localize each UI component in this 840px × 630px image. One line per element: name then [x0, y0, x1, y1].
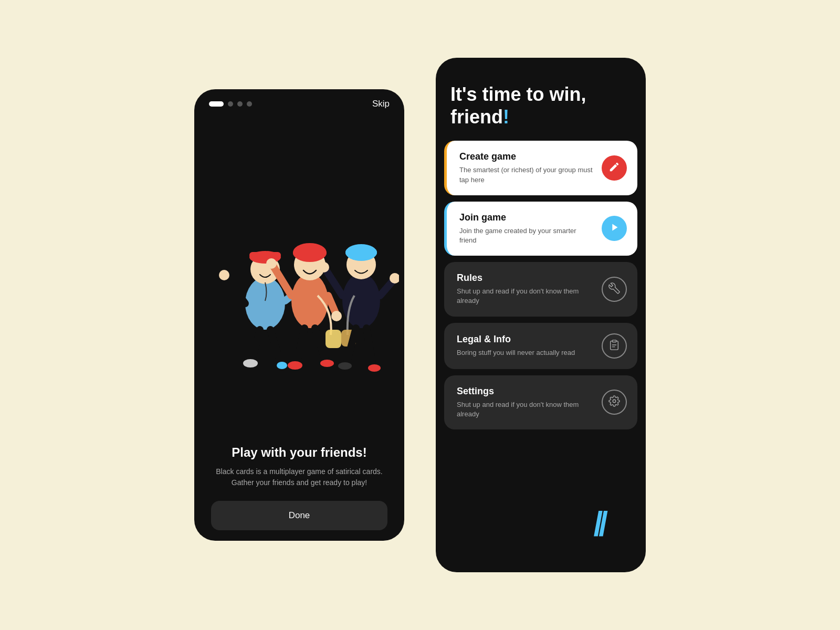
svg-point-29: [319, 262, 329, 272]
gear-icon: [608, 395, 620, 409]
slash-decoration: //: [593, 507, 604, 541]
legal-info-card[interactable]: Legal & Info Boring stuff you will never…: [444, 323, 637, 369]
create-game-card[interactable]: Create game The smartest (or richest) of…: [444, 141, 637, 195]
settings-text: Settings Shut up and read if you don't k…: [457, 386, 593, 419]
heading-line2: friend: [450, 106, 503, 128]
svg-point-35: [338, 362, 352, 370]
rules-card[interactable]: Rules Shut up and read if you don't know…: [444, 262, 637, 316]
svg-point-0: [245, 277, 285, 330]
top-bar: Skip: [194, 89, 404, 109]
illustration-area: [194, 109, 404, 445]
svg-line-20: [297, 328, 304, 364]
phone-left: Skip: [194, 89, 404, 541]
svg-rect-37: [612, 340, 616, 342]
svg-line-34: [366, 328, 373, 366]
settings-card[interactable]: Settings Shut up and read if you don't k…: [444, 375, 637, 429]
menu-list: Create game The smartest (or richest) of…: [436, 141, 646, 572]
create-game-icon: [602, 155, 627, 181]
svg-point-40: [613, 400, 616, 403]
svg-point-5: [219, 270, 229, 280]
dot-3: [237, 101, 243, 107]
svg-rect-3: [249, 252, 281, 258]
svg-line-4: [226, 277, 245, 303]
phone-subtitle: Black cards is a multiplayer game of sat…: [211, 466, 387, 488]
phone-right: It's time to win, friend! Create game Th…: [436, 58, 646, 572]
svg-rect-19: [326, 330, 341, 348]
rules-title: Rules: [457, 272, 593, 284]
clipboard-icon: [608, 339, 620, 353]
join-game-desc: Join the game created by your smarter fr…: [459, 226, 593, 245]
legal-info-desc: Boring stuff you will never actually rea…: [457, 348, 593, 358]
join-game-card[interactable]: Join game Join the game created by your …: [444, 202, 637, 256]
pagination-dots: [209, 101, 252, 107]
heading-line1: It's time to win,: [450, 83, 586, 105]
skip-button[interactable]: Skip: [372, 99, 390, 109]
svg-rect-14: [293, 248, 327, 258]
settings-icon: [602, 390, 627, 415]
legal-info-title: Legal & Info: [457, 334, 593, 345]
phone-content: Play with your friends! Black cards is a…: [194, 445, 404, 541]
join-game-icon: [602, 216, 627, 241]
legal-info-text: Legal & Info Boring stuff you will never…: [457, 334, 593, 358]
svg-point-23: [320, 360, 334, 367]
settings-desc: Shut up and read if you don't know them …: [457, 400, 593, 419]
right-header: It's time to win, friend!: [436, 58, 646, 141]
svg-point-18: [331, 311, 342, 321]
play-icon: [608, 222, 620, 236]
dot-4: [247, 101, 252, 107]
svg-rect-27: [345, 248, 377, 257]
svg-point-16: [266, 258, 277, 269]
phone-title: Play with your friends!: [211, 445, 387, 460]
join-game-text: Join game Join the game created by your …: [459, 212, 593, 245]
settings-title: Settings: [457, 386, 593, 397]
svg-point-22: [288, 361, 302, 370]
svg-point-10: [277, 362, 287, 369]
rules-icon: [602, 277, 627, 302]
svg-line-28: [326, 269, 342, 296]
edit-icon: [608, 161, 620, 175]
done-button[interactable]: Done: [211, 501, 387, 530]
svg-point-9: [243, 359, 258, 368]
join-game-title: Join game: [459, 212, 593, 223]
create-game-text: Create game The smartest (or richest) of…: [459, 151, 593, 184]
rules-text: Rules Shut up and read if you don't know…: [457, 272, 593, 306]
tool-icon: [608, 282, 620, 296]
heading-accent: !: [503, 106, 509, 128]
svg-line-8: [270, 330, 281, 364]
svg-line-7: [252, 330, 260, 361]
create-game-desc: The smartest (or richest) of your group …: [459, 165, 593, 184]
right-heading: It's time to win, friend!: [450, 83, 631, 128]
screens-container: Skip: [194, 58, 646, 572]
dancing-figures-illustration: [200, 167, 399, 387]
legal-info-icon: [602, 333, 627, 359]
svg-point-36: [368, 364, 381, 372]
dot-2: [228, 101, 233, 107]
svg-line-21: [315, 328, 326, 361]
rules-desc: Shut up and read if you don't know them …: [457, 287, 593, 306]
dot-1: [209, 101, 224, 107]
create-game-title: Create game: [459, 151, 593, 162]
